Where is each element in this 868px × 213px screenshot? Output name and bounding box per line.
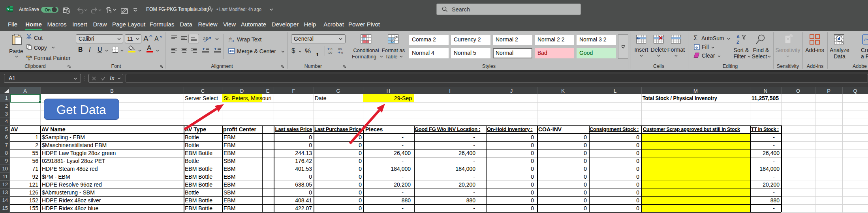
svg-text:c: c (229, 40, 230, 42)
svg-text:ab: ab (203, 36, 209, 41)
svg-text:Z: Z (736, 40, 739, 45)
svg-text:0: 0 (331, 47, 333, 51)
svg-text:A: A (736, 34, 740, 39)
svg-text:ab: ab (229, 37, 232, 40)
svg-text:X: X (7, 7, 9, 11)
svg-text:.00: .00 (328, 51, 333, 54)
svg-text:0: 0 (341, 51, 343, 54)
svg-text:.00: .00 (337, 47, 342, 51)
